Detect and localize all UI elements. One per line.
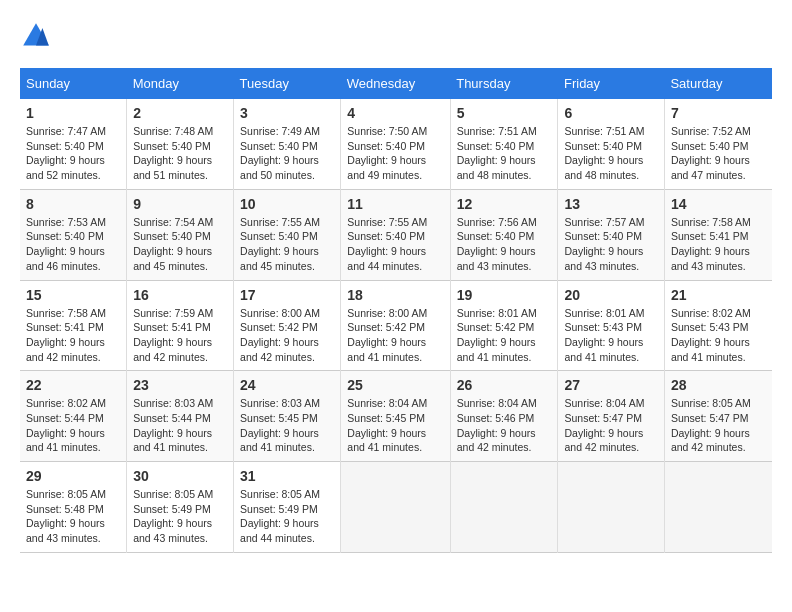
day-info: Sunrise: 8:04 AMSunset: 5:47 PMDaylight:… (564, 396, 657, 455)
day-info: Sunrise: 7:56 AMSunset: 5:40 PMDaylight:… (457, 215, 552, 274)
day-number: 28 (671, 377, 766, 393)
day-info: Sunrise: 8:00 AMSunset: 5:42 PMDaylight:… (240, 306, 334, 365)
calendar-cell: 9Sunrise: 7:54 AMSunset: 5:40 PMDaylight… (127, 189, 234, 280)
column-header-saturday: Saturday (664, 68, 772, 99)
day-info: Sunrise: 8:04 AMSunset: 5:46 PMDaylight:… (457, 396, 552, 455)
calendar-cell: 15Sunrise: 7:58 AMSunset: 5:41 PMDayligh… (20, 280, 127, 371)
day-number: 3 (240, 105, 334, 121)
calendar-cell: 22Sunrise: 8:02 AMSunset: 5:44 PMDayligh… (20, 371, 127, 462)
day-info: Sunrise: 8:05 AMSunset: 5:49 PMDaylight:… (240, 487, 334, 546)
day-number: 1 (26, 105, 120, 121)
week-row-3: 15Sunrise: 7:58 AMSunset: 5:41 PMDayligh… (20, 280, 772, 371)
calendar-cell (664, 462, 772, 553)
day-info: Sunrise: 8:04 AMSunset: 5:45 PMDaylight:… (347, 396, 443, 455)
calendar-cell: 5Sunrise: 7:51 AMSunset: 5:40 PMDaylight… (450, 99, 558, 189)
calendar-cell: 17Sunrise: 8:00 AMSunset: 5:42 PMDayligh… (234, 280, 341, 371)
calendar-cell: 16Sunrise: 7:59 AMSunset: 5:41 PMDayligh… (127, 280, 234, 371)
calendar-body: 1Sunrise: 7:47 AMSunset: 5:40 PMDaylight… (20, 99, 772, 552)
calendar-cell: 23Sunrise: 8:03 AMSunset: 5:44 PMDayligh… (127, 371, 234, 462)
day-number: 13 (564, 196, 657, 212)
calendar-table: SundayMondayTuesdayWednesdayThursdayFrid… (20, 68, 772, 553)
day-number: 31 (240, 468, 334, 484)
calendar-cell: 27Sunrise: 8:04 AMSunset: 5:47 PMDayligh… (558, 371, 664, 462)
day-info: Sunrise: 7:50 AMSunset: 5:40 PMDaylight:… (347, 124, 443, 183)
day-number: 26 (457, 377, 552, 393)
calendar-cell: 28Sunrise: 8:05 AMSunset: 5:47 PMDayligh… (664, 371, 772, 462)
day-info: Sunrise: 7:48 AMSunset: 5:40 PMDaylight:… (133, 124, 227, 183)
calendar-cell: 8Sunrise: 7:53 AMSunset: 5:40 PMDaylight… (20, 189, 127, 280)
day-number: 18 (347, 287, 443, 303)
calendar-header: SundayMondayTuesdayWednesdayThursdayFrid… (20, 68, 772, 99)
day-info: Sunrise: 8:00 AMSunset: 5:42 PMDaylight:… (347, 306, 443, 365)
day-number: 20 (564, 287, 657, 303)
page-header (20, 20, 772, 52)
logo (20, 20, 56, 52)
calendar-cell (341, 462, 450, 553)
calendar-cell: 4Sunrise: 7:50 AMSunset: 5:40 PMDaylight… (341, 99, 450, 189)
calendar-cell: 6Sunrise: 7:51 AMSunset: 5:40 PMDaylight… (558, 99, 664, 189)
calendar-cell: 10Sunrise: 7:55 AMSunset: 5:40 PMDayligh… (234, 189, 341, 280)
calendar-cell: 30Sunrise: 8:05 AMSunset: 5:49 PMDayligh… (127, 462, 234, 553)
day-number: 2 (133, 105, 227, 121)
day-info: Sunrise: 8:05 AMSunset: 5:49 PMDaylight:… (133, 487, 227, 546)
calendar-cell: 13Sunrise: 7:57 AMSunset: 5:40 PMDayligh… (558, 189, 664, 280)
day-number: 19 (457, 287, 552, 303)
calendar-cell: 11Sunrise: 7:55 AMSunset: 5:40 PMDayligh… (341, 189, 450, 280)
calendar-cell (558, 462, 664, 553)
day-info: Sunrise: 7:58 AMSunset: 5:41 PMDaylight:… (671, 215, 766, 274)
calendar-cell: 12Sunrise: 7:56 AMSunset: 5:40 PMDayligh… (450, 189, 558, 280)
day-number: 25 (347, 377, 443, 393)
calendar-cell: 26Sunrise: 8:04 AMSunset: 5:46 PMDayligh… (450, 371, 558, 462)
calendar-cell: 3Sunrise: 7:49 AMSunset: 5:40 PMDaylight… (234, 99, 341, 189)
day-info: Sunrise: 7:57 AMSunset: 5:40 PMDaylight:… (564, 215, 657, 274)
day-info: Sunrise: 7:47 AMSunset: 5:40 PMDaylight:… (26, 124, 120, 183)
day-number: 4 (347, 105, 443, 121)
day-info: Sunrise: 8:01 AMSunset: 5:43 PMDaylight:… (564, 306, 657, 365)
day-info: Sunrise: 7:53 AMSunset: 5:40 PMDaylight:… (26, 215, 120, 274)
day-number: 27 (564, 377, 657, 393)
day-info: Sunrise: 8:05 AMSunset: 5:48 PMDaylight:… (26, 487, 120, 546)
day-info: Sunrise: 8:05 AMSunset: 5:47 PMDaylight:… (671, 396, 766, 455)
day-info: Sunrise: 8:02 AMSunset: 5:43 PMDaylight:… (671, 306, 766, 365)
calendar-cell: 18Sunrise: 8:00 AMSunset: 5:42 PMDayligh… (341, 280, 450, 371)
day-number: 9 (133, 196, 227, 212)
day-info: Sunrise: 7:51 AMSunset: 5:40 PMDaylight:… (457, 124, 552, 183)
column-header-friday: Friday (558, 68, 664, 99)
column-header-thursday: Thursday (450, 68, 558, 99)
day-info: Sunrise: 7:55 AMSunset: 5:40 PMDaylight:… (240, 215, 334, 274)
calendar-cell: 25Sunrise: 8:04 AMSunset: 5:45 PMDayligh… (341, 371, 450, 462)
day-number: 12 (457, 196, 552, 212)
column-header-monday: Monday (127, 68, 234, 99)
calendar-cell: 29Sunrise: 8:05 AMSunset: 5:48 PMDayligh… (20, 462, 127, 553)
day-info: Sunrise: 8:01 AMSunset: 5:42 PMDaylight:… (457, 306, 552, 365)
week-row-4: 22Sunrise: 8:02 AMSunset: 5:44 PMDayligh… (20, 371, 772, 462)
day-info: Sunrise: 7:52 AMSunset: 5:40 PMDaylight:… (671, 124, 766, 183)
day-info: Sunrise: 8:03 AMSunset: 5:44 PMDaylight:… (133, 396, 227, 455)
calendar-cell: 19Sunrise: 8:01 AMSunset: 5:42 PMDayligh… (450, 280, 558, 371)
calendar-cell: 31Sunrise: 8:05 AMSunset: 5:49 PMDayligh… (234, 462, 341, 553)
day-number: 15 (26, 287, 120, 303)
column-header-wednesday: Wednesday (341, 68, 450, 99)
column-header-sunday: Sunday (20, 68, 127, 99)
day-info: Sunrise: 7:49 AMSunset: 5:40 PMDaylight:… (240, 124, 334, 183)
day-number: 24 (240, 377, 334, 393)
day-info: Sunrise: 7:55 AMSunset: 5:40 PMDaylight:… (347, 215, 443, 274)
calendar-cell (450, 462, 558, 553)
day-number: 14 (671, 196, 766, 212)
day-number: 23 (133, 377, 227, 393)
day-info: Sunrise: 7:59 AMSunset: 5:41 PMDaylight:… (133, 306, 227, 365)
day-number: 21 (671, 287, 766, 303)
day-info: Sunrise: 7:54 AMSunset: 5:40 PMDaylight:… (133, 215, 227, 274)
calendar-cell: 24Sunrise: 8:03 AMSunset: 5:45 PMDayligh… (234, 371, 341, 462)
week-row-5: 29Sunrise: 8:05 AMSunset: 5:48 PMDayligh… (20, 462, 772, 553)
calendar-cell: 7Sunrise: 7:52 AMSunset: 5:40 PMDaylight… (664, 99, 772, 189)
week-row-2: 8Sunrise: 7:53 AMSunset: 5:40 PMDaylight… (20, 189, 772, 280)
day-number: 17 (240, 287, 334, 303)
day-number: 22 (26, 377, 120, 393)
calendar-cell: 21Sunrise: 8:02 AMSunset: 5:43 PMDayligh… (664, 280, 772, 371)
day-number: 7 (671, 105, 766, 121)
day-number: 10 (240, 196, 334, 212)
day-info: Sunrise: 7:51 AMSunset: 5:40 PMDaylight:… (564, 124, 657, 183)
logo-icon (20, 20, 52, 52)
day-number: 16 (133, 287, 227, 303)
